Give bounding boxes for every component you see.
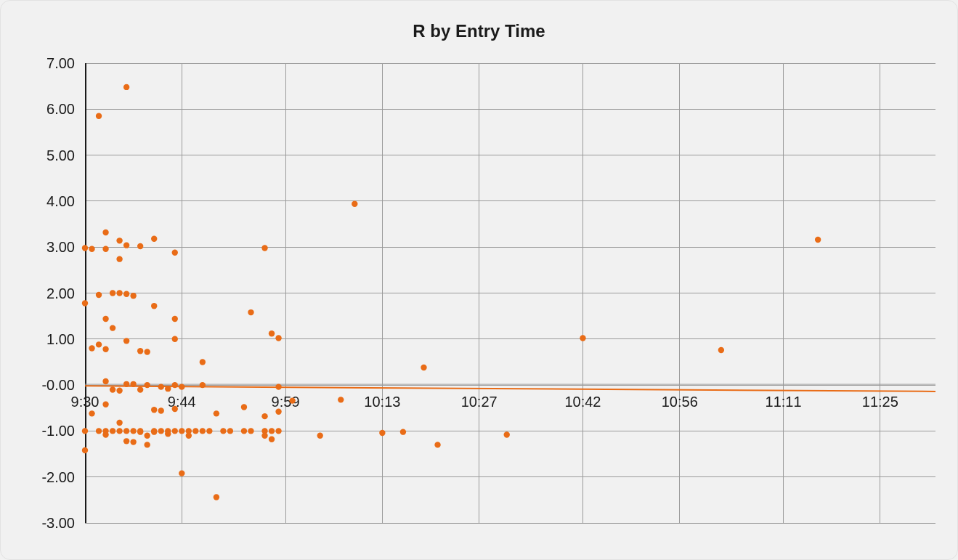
- data-point: [151, 236, 157, 242]
- data-point: [96, 292, 102, 298]
- data-point: [352, 200, 357, 206]
- chart-title: R by Entry Time: [15, 21, 943, 41]
- data-point: [275, 335, 281, 341]
- data-point: [144, 433, 150, 439]
- data-point: [248, 428, 253, 434]
- y-tick-label: 4.00: [46, 193, 75, 209]
- data-point: [123, 428, 129, 434]
- data-point: [172, 250, 178, 256]
- data-point: [82, 447, 88, 453]
- y-tick-label: -0.00: [41, 377, 75, 393]
- data-point: [144, 382, 150, 388]
- data-point: [151, 407, 157, 413]
- data-point: [179, 428, 184, 434]
- data-point: [130, 428, 136, 434]
- data-point: [137, 348, 143, 354]
- data-point: [158, 407, 164, 413]
- data-point: [421, 365, 426, 370]
- x-tick-label: 10:56: [662, 394, 698, 410]
- data-point: [130, 293, 136, 299]
- data-point: [89, 345, 94, 351]
- data-point: [200, 382, 206, 388]
- grid: [85, 63, 935, 523]
- data-point: [214, 410, 219, 416]
- x-tick-label: 10:13: [364, 394, 400, 410]
- data-point: [89, 410, 94, 416]
- chart-card: R by Entry Time -3.00-2.00-1.00-0.001.00…: [0, 0, 958, 560]
- x-tick-label: 10:42: [564, 394, 601, 410]
- x-tick-label: 11:11: [766, 394, 802, 410]
- data-point: [815, 237, 821, 243]
- data-point: [200, 359, 206, 365]
- data-point: [289, 397, 295, 403]
- y-tick-label: -1.00: [41, 423, 75, 439]
- data-point: [179, 470, 184, 476]
- data-point: [102, 346, 108, 352]
- data-point: [130, 381, 136, 387]
- data-point: [172, 382, 178, 388]
- data-point: [151, 303, 157, 309]
- data-point: [261, 433, 267, 439]
- data-point: [102, 401, 108, 407]
- data-point: [123, 438, 129, 444]
- data-point: [137, 429, 143, 434]
- data-point: [241, 404, 247, 410]
- y-tick-label: 1.00: [46, 331, 75, 347]
- data-point: [116, 428, 122, 434]
- data-point: [116, 238, 122, 243]
- data-point: [718, 347, 724, 353]
- data-point: [137, 386, 143, 392]
- data-point: [269, 428, 275, 434]
- data-point: [144, 442, 150, 447]
- data-point: [379, 430, 385, 436]
- data-point: [116, 420, 122, 426]
- data-point: [123, 338, 129, 344]
- data-point: [116, 256, 122, 261]
- data-point: [144, 349, 150, 354]
- y-tick-label: 6.00: [46, 101, 75, 117]
- data-point: [317, 433, 322, 439]
- data-point: [504, 431, 510, 437]
- data-point: [102, 230, 108, 235]
- data-point: [123, 291, 129, 297]
- data-point: [82, 428, 88, 434]
- data-point: [434, 442, 440, 447]
- data-point: [102, 431, 108, 437]
- data-point: [172, 316, 178, 322]
- y-tick-label: 3.00: [46, 239, 75, 255]
- data-point: [116, 387, 122, 393]
- y-tick-label: -2.00: [41, 469, 75, 485]
- data-point: [116, 290, 122, 296]
- data-point: [123, 381, 129, 387]
- data-point: [110, 325, 115, 330]
- data-point: [158, 384, 164, 389]
- data-point: [269, 330, 275, 336]
- y-tick-label: 7.00: [46, 55, 75, 71]
- data-point: [96, 113, 102, 119]
- data-point: [172, 428, 178, 434]
- data-point: [400, 429, 406, 434]
- y-tick-label: 5.00: [46, 147, 75, 163]
- data-point: [102, 378, 108, 384]
- plot-area: -3.00-2.00-1.00-0.001.002.003.004.005.00…: [15, 50, 943, 537]
- data-point: [158, 428, 164, 434]
- data-point: [275, 384, 281, 389]
- data-point: [151, 429, 157, 434]
- data-point: [110, 428, 115, 434]
- data-point: [275, 409, 281, 415]
- data-point: [102, 246, 108, 252]
- data-point: [248, 309, 253, 315]
- data-point: [261, 413, 267, 419]
- data-point: [192, 428, 198, 434]
- data-point: [89, 246, 94, 252]
- data-point: [96, 428, 102, 434]
- data-points: [82, 84, 821, 500]
- y-tick-label: -3.00: [41, 515, 75, 531]
- data-point: [165, 431, 171, 437]
- data-point: [82, 300, 88, 306]
- x-tick-label: 9:44: [168, 394, 196, 410]
- data-point: [110, 386, 115, 392]
- data-point: [172, 336, 178, 342]
- x-tick-label: 10:27: [461, 394, 498, 410]
- data-point: [220, 428, 226, 434]
